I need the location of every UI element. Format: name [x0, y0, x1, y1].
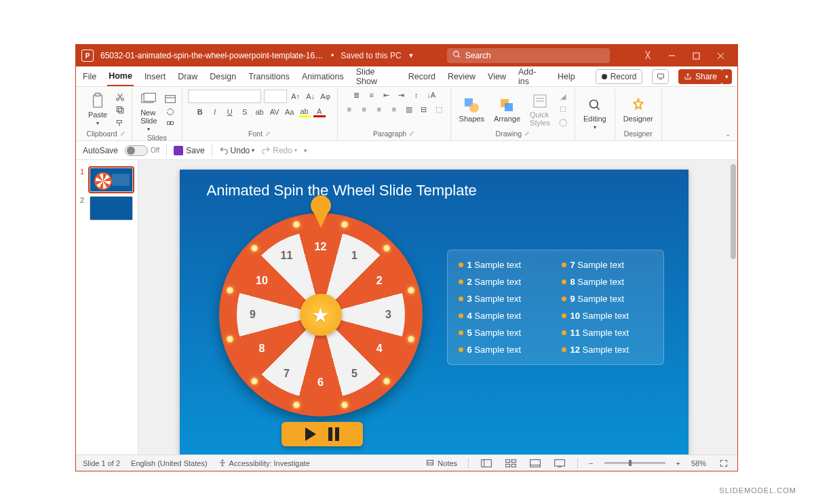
italic-button[interactable]: I: [209, 106, 221, 117]
chevron-down-icon[interactable]: ▼: [408, 52, 414, 59]
zoom-out-button[interactable]: −: [589, 459, 593, 467]
zoom-in-button[interactable]: +: [676, 459, 680, 467]
spin-wheel[interactable]: ★ 121234567891011: [219, 213, 423, 416]
notes-button[interactable]: Notes: [425, 459, 457, 467]
legend-item[interactable]: 5 Sample text: [459, 328, 549, 338]
redo-button[interactable]: Redo▾: [261, 146, 297, 155]
designer-button[interactable]: Designer: [621, 96, 656, 124]
slide-thumbnail-1[interactable]: 1: [76, 166, 138, 194]
language-status[interactable]: English (United States): [131, 459, 208, 467]
qat-customize[interactable]: ▾: [304, 147, 307, 154]
accessibility-status[interactable]: Accessibility: Investigate: [218, 459, 310, 467]
shape-fill-button[interactable]: ◢: [557, 92, 569, 102]
sorter-view-button[interactable]: [504, 458, 518, 469]
shape-outline-button[interactable]: ☐: [557, 104, 569, 115]
autosave-toggle[interactable]: [125, 145, 148, 156]
fit-window-button[interactable]: [717, 458, 731, 469]
tab-record[interactable]: Record: [407, 68, 437, 85]
zoom-level[interactable]: 58%: [691, 459, 706, 467]
spacing-button[interactable]: AV: [269, 106, 281, 117]
legend-item[interactable]: 8 Sample text: [562, 277, 653, 287]
close-button[interactable]: [709, 46, 732, 65]
numbering-button[interactable]: ≡: [366, 90, 378, 100]
case-button[interactable]: Aa: [284, 106, 296, 117]
legend-item[interactable]: 1 Sample text: [459, 260, 549, 270]
legend-item[interactable]: 2 Sample text: [459, 277, 549, 287]
legend-item[interactable]: 12 Sample text: [562, 345, 653, 355]
tab-review[interactable]: Review: [446, 68, 477, 85]
record-button[interactable]: Record: [596, 69, 643, 84]
copy-button[interactable]: [114, 104, 126, 115]
align-center-button[interactable]: ≡: [358, 104, 370, 115]
legend-item[interactable]: 9 Sample text: [562, 294, 653, 304]
arrange-button[interactable]: Arrange: [491, 96, 523, 124]
indent-inc-button[interactable]: ⇥: [395, 90, 408, 100]
text-direction-button[interactable]: ↓A: [425, 90, 438, 100]
highlight-button[interactable]: ab: [298, 106, 311, 117]
legend-item[interactable]: 11 Sample text: [562, 328, 653, 338]
cut-button[interactable]: [114, 92, 126, 102]
legend-item[interactable]: 10 Sample text: [562, 311, 653, 321]
columns-button[interactable]: ▥: [403, 104, 415, 115]
tab-design[interactable]: Design: [208, 68, 237, 85]
smartart-button[interactable]: ⬚: [433, 104, 445, 115]
legend-item[interactable]: 3 Sample text: [459, 294, 549, 304]
font-size-box[interactable]: [264, 90, 287, 103]
voice-icon[interactable]: [642, 50, 653, 62]
clear-format-button[interactable]: Aφ: [319, 91, 332, 102]
vertical-scrollbar[interactable]: [729, 160, 737, 454]
tab-insert[interactable]: Insert: [143, 68, 167, 85]
launcher-icon[interactable]: ⤢: [120, 130, 125, 137]
search-box[interactable]: Search: [447, 48, 610, 63]
strike-button[interactable]: S: [239, 106, 251, 117]
share-button[interactable]: Share: [678, 69, 722, 84]
slide-canvas[interactable]: Animated Spin the Wheel Slide Template ★…: [138, 160, 729, 454]
legend-item[interactable]: 7 Sample text: [562, 260, 653, 270]
quick-styles-button[interactable]: Quick Styles: [527, 92, 553, 128]
align-text-button[interactable]: ⊟: [418, 104, 430, 115]
tab-file[interactable]: File: [81, 68, 98, 85]
decrease-font-button[interactable]: A↓: [305, 91, 317, 102]
increase-font-button[interactable]: A↑: [290, 91, 302, 102]
layout-button[interactable]: [164, 94, 176, 104]
present-button[interactable]: [652, 69, 669, 84]
indent-dec-button[interactable]: ⇤: [381, 90, 393, 100]
play-pause-control[interactable]: [282, 422, 363, 446]
slide-count[interactable]: Slide 1 of 2: [83, 459, 120, 467]
align-right-button[interactable]: ≡: [373, 104, 385, 115]
tab-home[interactable]: Home: [107, 67, 134, 86]
launcher-icon[interactable]: ⤢: [265, 130, 271, 137]
tab-slideshow[interactable]: Slide Show: [355, 63, 398, 90]
slide-title[interactable]: Animated Spin the Wheel Slide Template: [207, 182, 477, 199]
shapes-button[interactable]: Shapes: [457, 96, 487, 124]
maximize-button[interactable]: [684, 46, 708, 65]
minimize-button[interactable]: [660, 46, 683, 65]
share-dropdown[interactable]: ▾: [722, 69, 732, 84]
section-button[interactable]: [164, 119, 176, 130]
collapse-ribbon-button[interactable]: ⌄: [722, 128, 733, 140]
align-left-button[interactable]: ≡: [343, 104, 355, 115]
slide-thumbnail-2[interactable]: 2: [76, 194, 138, 222]
bold-button[interactable]: B: [194, 106, 206, 117]
play-icon[interactable]: [305, 427, 316, 441]
bullets-button[interactable]: ≣: [351, 90, 363, 100]
reset-button[interactable]: [164, 106, 176, 117]
legend-item[interactable]: 6 Sample text: [459, 345, 549, 355]
zoom-slider[interactable]: [604, 462, 665, 464]
slide[interactable]: Animated Spin the Wheel Slide Template ★…: [180, 170, 689, 454]
paste-button[interactable]: Paste▾: [85, 92, 110, 128]
legend-item[interactable]: 4 Sample text: [459, 311, 549, 321]
line-spacing-button[interactable]: ↕: [410, 90, 423, 100]
legend-box[interactable]: 1 Sample text7 Sample text2 Sample text8…: [447, 250, 664, 365]
save-button[interactable]: Save: [174, 146, 204, 155]
tab-draw[interactable]: Draw: [176, 68, 199, 85]
launcher-icon[interactable]: ⤢: [409, 130, 414, 137]
normal-view-button[interactable]: [480, 458, 493, 469]
tab-addins[interactable]: Add-ins: [517, 63, 547, 90]
tab-view[interactable]: View: [486, 68, 507, 85]
font-color-button[interactable]: A: [313, 106, 326, 117]
tab-help[interactable]: Help: [556, 68, 577, 85]
shadow-button[interactable]: ab: [254, 106, 266, 117]
tab-transitions[interactable]: Transitions: [247, 68, 291, 85]
slideshow-view-button[interactable]: [553, 458, 566, 469]
